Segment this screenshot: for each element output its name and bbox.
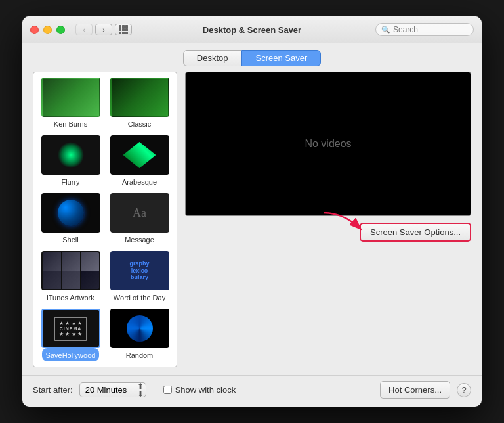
message-thumb-text: Aa: [133, 206, 146, 220]
tab-bar: Desktop Screen Saver: [22, 43, 482, 72]
screen-saver-options-button[interactable]: Screen Saver Options...: [360, 223, 471, 242]
screensaver-item-ken-burns[interactable]: Ken Burns: [39, 78, 102, 130]
screensaver-item-itunes[interactable]: iTunes Artwork: [39, 251, 102, 303]
preview-box: No videos: [185, 72, 471, 216]
close-button[interactable]: [30, 26, 39, 34]
search-icon: 🔍: [381, 26, 390, 34]
titlebar: ‹ › Desktop & Screen Saver 🔍: [22, 16, 482, 43]
start-after-label: Start after:: [33, 385, 73, 395]
screensaver-thumb-savehollywood: ★ ★ ★ ★ CINEMA ★ ★ ★ ★: [41, 309, 100, 348]
hot-corners-button[interactable]: Hot Corners...: [380, 381, 450, 399]
screensaver-item-shell[interactable]: Shell: [39, 193, 102, 246]
no-videos-text: No videos: [304, 138, 351, 150]
screensaver-thumb-flurry: [41, 135, 100, 175]
screensaver-label-ken-burns: Ken Burns: [54, 120, 87, 128]
content-area: Ken Burns Classic Flurry Arabesque: [22, 72, 482, 375]
preview-area: No videos Screen Saver Options...: [185, 72, 471, 367]
screensaver-item-savehollywood[interactable]: ★ ★ ★ ★ CINEMA ★ ★ ★ ★ SaveHollywood: [39, 309, 102, 361]
back-button[interactable]: ‹: [75, 24, 93, 35]
screensaver-item-classic[interactable]: Classic: [108, 78, 171, 130]
screensaver-label-savehollywood: SaveHollywood: [46, 351, 96, 359]
bottom-bar: Start after: 1 Minute 5 Minutes 20 Minut…: [22, 375, 482, 407]
screensaver-thumb-word: graphylexicobulary: [110, 251, 169, 290]
screensaver-label-shell: Shell: [62, 236, 78, 244]
window-title: Desktop & Screen Saver: [203, 25, 301, 35]
show-with-clock-wrap: Show with clock: [163, 385, 236, 395]
tab-desktop[interactable]: Desktop: [183, 50, 242, 66]
main-window: ‹ › Desktop & Screen Saver 🔍 Desktop Scr…: [22, 16, 482, 407]
screensaver-label-classic: Classic: [128, 120, 151, 128]
show-with-clock-checkbox[interactable]: [163, 386, 172, 394]
start-after-select[interactable]: 1 Minute 5 Minutes 20 Minutes 1 Hour Nev…: [79, 382, 146, 397]
cinema-text: CINEMA: [59, 326, 82, 331]
show-with-clock-label[interactable]: Show with clock: [175, 385, 236, 395]
screensaver-item-word[interactable]: graphylexicobulary Word of the Day: [108, 251, 171, 303]
grid-icon: [119, 25, 128, 34]
options-row: Screen Saver Options...: [185, 223, 471, 242]
maximize-button[interactable]: [56, 26, 65, 34]
screensaver-thumb-arabesque: [110, 135, 169, 175]
nav-buttons: ‹ ›: [75, 24, 112, 35]
tab-screen-saver[interactable]: Screen Saver: [242, 50, 321, 66]
screensaver-thumb-shell: [41, 193, 100, 233]
screensaver-item-arabesque[interactable]: Arabesque: [108, 135, 171, 188]
help-button[interactable]: ?: [457, 383, 471, 397]
minimize-button[interactable]: [43, 26, 52, 34]
screensaver-label-word: Word of the Day: [114, 294, 165, 301]
search-input[interactable]: [393, 25, 468, 34]
arrow-container: [317, 210, 369, 238]
screensaver-thumb-classic: [110, 78, 169, 117]
screensaver-label-arabesque: Arabesque: [122, 178, 157, 186]
screensaver-label-flurry: Flurry: [61, 178, 79, 186]
cinema-stars: ★ ★ ★ ★: [59, 321, 82, 326]
arrow-icon: [317, 210, 369, 236]
screensaver-item-message[interactable]: Aa Message: [108, 193, 171, 246]
screensaver-thumb-ken-burns: [41, 78, 100, 117]
search-box[interactable]: 🔍: [375, 23, 474, 36]
screensaver-label-message: Message: [125, 236, 154, 244]
start-after-select-wrap[interactable]: 1 Minute 5 Minutes 20 Minutes 1 Hour Nev…: [79, 382, 146, 397]
screensaver-item-flurry[interactable]: Flurry: [39, 135, 102, 188]
word-thumb-text: graphylexicobulary: [129, 260, 149, 281]
traffic-lights: [30, 26, 65, 34]
cinema-stars-bottom: ★ ★ ★ ★: [59, 331, 82, 337]
grid-button[interactable]: [115, 24, 132, 35]
screensaver-grid: Ken Burns Classic Flurry Arabesque: [39, 78, 171, 361]
screensaver-label-itunes: iTunes Artwork: [47, 294, 94, 301]
screensaver-list[interactable]: Ken Burns Classic Flurry Arabesque: [33, 72, 177, 367]
screensaver-thumb-message: Aa: [110, 193, 169, 233]
screensaver-item-random[interactable]: Random: [108, 309, 171, 361]
screensaver-thumb-random: [110, 309, 169, 348]
forward-button[interactable]: ›: [95, 24, 112, 35]
screensaver-label-random: Random: [126, 351, 154, 359]
screensaver-thumb-itunes: [41, 251, 100, 290]
